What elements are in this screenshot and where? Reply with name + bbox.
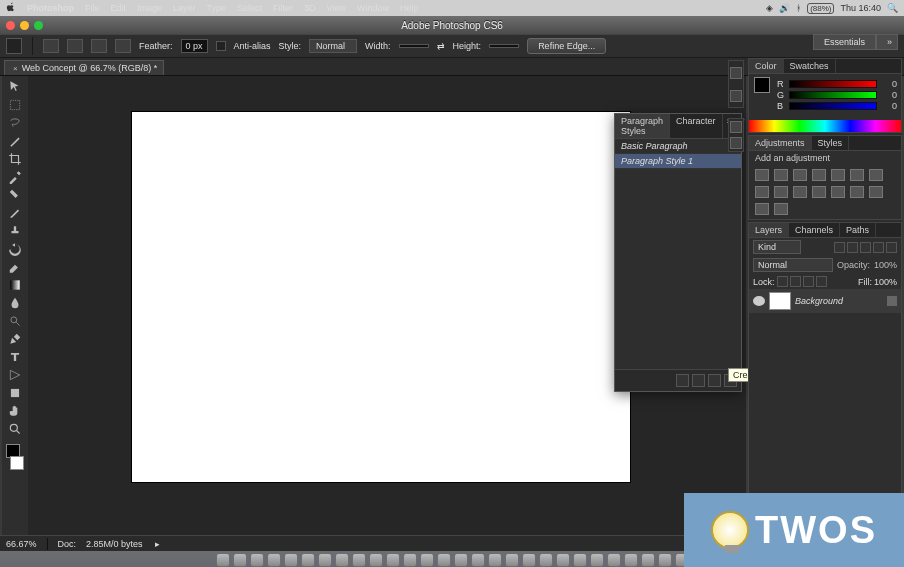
path-tool[interactable] — [4, 366, 26, 384]
dock-app-icon[interactable] — [607, 553, 621, 567]
posterize-icon[interactable] — [850, 186, 864, 198]
tab-channels[interactable]: Channels — [789, 223, 840, 237]
dock-app-icon[interactable] — [250, 553, 264, 567]
dock-app-icon[interactable] — [641, 553, 655, 567]
color-proxy-swatch[interactable] — [754, 77, 770, 93]
r-slider[interactable] — [789, 80, 877, 88]
tab-adjustments[interactable]: Adjustments — [749, 136, 812, 150]
eraser-tool[interactable] — [4, 258, 26, 276]
dock-app-icon[interactable] — [369, 553, 383, 567]
dodge-tool[interactable] — [4, 312, 26, 330]
filter-smart-icon[interactable] — [886, 242, 897, 253]
window-titlebar[interactable]: Adobe Photoshop CS6 — [0, 16, 904, 34]
dock-app-icon[interactable] — [216, 553, 230, 567]
menu-image[interactable]: Image — [137, 3, 162, 13]
type-tool[interactable] — [4, 348, 26, 366]
opacity-value[interactable]: 100% — [874, 260, 897, 270]
lock-pixels-icon[interactable] — [790, 276, 801, 287]
shape-tool[interactable] — [4, 384, 26, 402]
dock-app-icon[interactable] — [539, 553, 553, 567]
heal-tool[interactable] — [4, 186, 26, 204]
photofilter-icon[interactable] — [774, 186, 788, 198]
exposure-icon[interactable] — [812, 169, 826, 181]
dock-app-icon[interactable] — [403, 553, 417, 567]
tab-paths[interactable]: Paths — [840, 223, 876, 237]
lookup-icon[interactable] — [812, 186, 826, 198]
filter-adjust-icon[interactable] — [847, 242, 858, 253]
layer-name[interactable]: Background — [795, 296, 883, 306]
layer-thumbnail[interactable] — [769, 292, 791, 310]
marquee-tool[interactable] — [4, 96, 26, 114]
dock-app-icon[interactable] — [454, 553, 468, 567]
lock-pos-icon[interactable] — [803, 276, 814, 287]
vibrance-icon[interactable] — [831, 169, 845, 181]
dock-app-icon[interactable] — [284, 553, 298, 567]
zoom-value[interactable]: 66.67% — [6, 539, 37, 549]
hue-icon[interactable] — [850, 169, 864, 181]
paragraph-style-item-1[interactable]: Paragraph Style 1 — [615, 154, 741, 169]
g-value[interactable]: 0 — [881, 90, 897, 100]
pen-tool[interactable] — [4, 330, 26, 348]
volume-icon[interactable]: 🔊 — [779, 3, 790, 13]
hand-tool[interactable] — [4, 402, 26, 420]
blend-mode-dropdown[interactable]: Normal — [753, 258, 833, 272]
undo-style-icon[interactable] — [676, 374, 689, 387]
threshold-icon[interactable] — [869, 186, 883, 198]
menu-view[interactable]: View — [327, 3, 346, 13]
close-tab-icon[interactable]: × — [13, 64, 18, 73]
layer-row-background[interactable]: Background — [749, 289, 901, 313]
menu-help[interactable]: Help — [400, 3, 419, 13]
visibility-eye-icon[interactable] — [753, 296, 765, 306]
tab-paragraph-styles[interactable]: Paragraph Styles — [615, 114, 670, 138]
dock-app-icon[interactable] — [505, 553, 519, 567]
spotlight-icon[interactable]: 🔍 — [887, 3, 898, 13]
wand-tool[interactable] — [4, 132, 26, 150]
new-style-icon[interactable] — [708, 374, 721, 387]
refine-edge-button[interactable]: Refine Edge... — [527, 38, 606, 54]
dock-app-icon[interactable] — [488, 553, 502, 567]
document-tab[interactable]: × Web Concept @ 66.7% (RGB/8) * — [4, 60, 164, 75]
eyedropper-tool[interactable] — [4, 168, 26, 186]
history-brush-tool[interactable] — [4, 240, 26, 258]
menu-type[interactable]: Type — [207, 3, 227, 13]
dock-app-icon[interactable] — [624, 553, 638, 567]
filter-kind-dropdown[interactable]: Kind — [753, 240, 801, 254]
workspace-menu-button[interactable]: » — [876, 34, 898, 50]
menu-window[interactable]: Window — [357, 3, 389, 13]
menu-select[interactable]: Select — [237, 3, 262, 13]
dock-app-icon[interactable] — [267, 553, 281, 567]
channelmixer-icon[interactable] — [793, 186, 807, 198]
g-slider[interactable] — [789, 91, 877, 99]
dock-app-icon[interactable] — [573, 553, 587, 567]
swap-dims-icon[interactable]: ⇄ — [437, 41, 445, 51]
brightness-icon[interactable] — [755, 169, 769, 181]
dock-app-icon[interactable] — [420, 553, 434, 567]
dock-app-icon[interactable] — [522, 553, 536, 567]
bluetooth-icon[interactable]: ᚼ — [796, 3, 801, 13]
clock[interactable]: Thu 16:40 — [840, 3, 881, 13]
dock-app-icon[interactable] — [471, 553, 485, 567]
style-dropdown[interactable]: Normal — [309, 39, 357, 53]
brush-tool[interactable] — [4, 204, 26, 222]
selective-icon[interactable] — [774, 203, 788, 215]
menu-file[interactable]: File — [85, 3, 100, 13]
bw-icon[interactable] — [755, 186, 769, 198]
b-value[interactable]: 0 — [881, 101, 897, 111]
dock-app-icon[interactable] — [318, 553, 332, 567]
filter-type-icon[interactable] — [860, 242, 871, 253]
gradient-tool[interactable] — [4, 276, 26, 294]
move-tool[interactable] — [4, 78, 26, 96]
filter-pixel-icon[interactable] — [834, 242, 845, 253]
tab-layers[interactable]: Layers — [749, 223, 789, 237]
paragraph-styles-panel[interactable]: Paragraph Styles Character » ▾ Basic Par… — [614, 113, 742, 392]
tab-character-styles[interactable]: Character — [670, 114, 723, 138]
blur-tool[interactable] — [4, 294, 26, 312]
spectrum-ramp[interactable] — [749, 120, 901, 132]
menu-edit[interactable]: Edit — [111, 3, 127, 13]
dock-app-icon[interactable] — [352, 553, 366, 567]
lock-trans-icon[interactable] — [777, 276, 788, 287]
subtract-selection-icon[interactable] — [91, 39, 107, 53]
crop-tool[interactable] — [4, 150, 26, 168]
b-slider[interactable] — [789, 102, 877, 110]
invert-icon[interactable] — [831, 186, 845, 198]
